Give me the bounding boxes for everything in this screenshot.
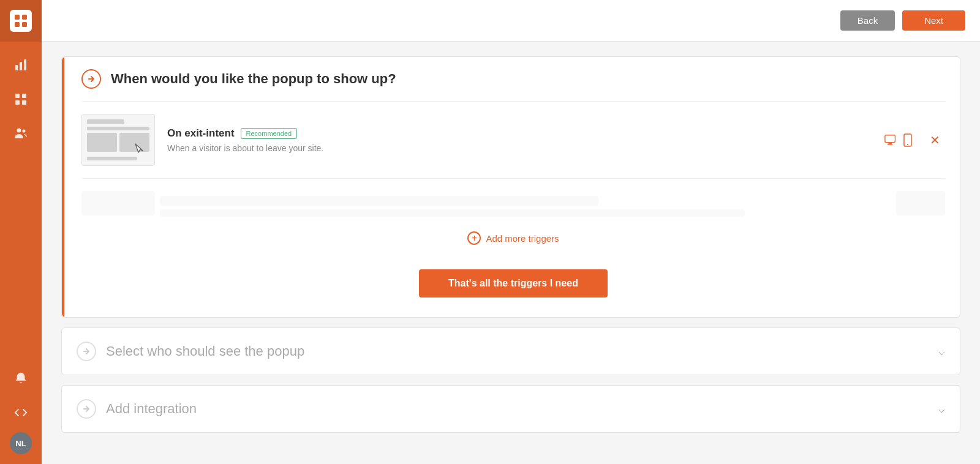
svg-rect-4 <box>15 65 18 70</box>
svg-rect-9 <box>15 100 20 105</box>
sidebar-item-notifications[interactable] <box>0 364 42 393</box>
audience-section: Select who should see the popup ⌵ <box>61 327 960 375</box>
svg-rect-14 <box>888 143 892 144</box>
preview-cell-1 <box>87 133 117 152</box>
audience-chevron-icon: ⌵ <box>938 345 945 358</box>
topbar: Back Next <box>42 0 980 42</box>
trigger-device-icons <box>884 133 913 147</box>
integration-section-header[interactable]: Add integration ⌵ <box>62 386 960 432</box>
svg-rect-13 <box>885 135 895 142</box>
svg-rect-8 <box>22 94 26 98</box>
svg-rect-0 <box>15 15 20 20</box>
svg-point-17 <box>907 144 908 145</box>
confirm-triggers-button[interactable]: That's all the triggers I need <box>419 269 608 297</box>
mobile-icon <box>903 133 913 147</box>
logo-icon <box>10 10 32 32</box>
audience-section-header[interactable]: Select who should see the popup ⌵ <box>62 328 960 375</box>
sidebar-nav <box>0 42 42 364</box>
placeholder-text-1 <box>160 196 598 206</box>
audience-arrow-icon <box>77 342 96 361</box>
confirm-button-wrap: That's all the triggers I need <box>81 262 945 302</box>
placeholder-thumb <box>81 191 155 215</box>
svg-point-11 <box>17 129 21 133</box>
placeholder-rows <box>81 191 945 222</box>
svg-rect-3 <box>22 22 27 27</box>
page-content: When would you like the popup to show up… <box>42 42 980 464</box>
svg-rect-7 <box>15 94 20 98</box>
avatar[interactable]: NL <box>10 432 32 454</box>
svg-rect-5 <box>20 62 22 70</box>
svg-rect-6 <box>24 59 26 70</box>
placeholder-right <box>896 191 945 215</box>
audience-title: Select who should see the popup <box>106 343 304 359</box>
svg-rect-15 <box>888 144 893 144</box>
sidebar-item-grid[interactable] <box>0 83 42 115</box>
trigger-name-row: On exit-intent Recommended <box>167 127 872 140</box>
integration-section: Add integration ⌵ <box>61 385 960 433</box>
next-button[interactable]: Next <box>902 10 965 31</box>
integration-chevron-icon: ⌵ <box>938 402 945 416</box>
trigger-name: On exit-intent <box>167 127 235 140</box>
trigger-item: On exit-intent Recommended When a visito… <box>81 102 945 179</box>
desktop-icon <box>884 134 898 146</box>
triggers-header: When would you like the popup to show up… <box>62 57 960 101</box>
triggers-content: On exit-intent Recommended When a visito… <box>62 101 960 317</box>
integration-title: Add integration <box>106 401 197 417</box>
plus-circle-icon: + <box>467 231 481 245</box>
trigger-description: When a visitor is about to leave your si… <box>167 143 872 153</box>
trigger-remove-button[interactable]: ✕ <box>925 130 945 150</box>
svg-rect-10 <box>22 100 26 105</box>
section-left-line <box>62 57 64 317</box>
preview-cursor <box>135 143 143 157</box>
trigger-info: On exit-intent Recommended When a visito… <box>167 127 872 153</box>
trigger-preview-thumbnail <box>81 114 155 166</box>
svg-rect-1 <box>22 15 27 20</box>
integration-arrow-icon <box>77 399 96 419</box>
section1-title: When would you like the popup to show up… <box>111 71 396 87</box>
sidebar-bottom: NL <box>0 364 42 464</box>
back-button[interactable]: Back <box>840 10 895 31</box>
sidebar-item-code[interactable] <box>0 398 42 427</box>
sidebar-logo[interactable] <box>0 0 42 42</box>
add-more-triggers-button[interactable]: + Add more triggers <box>81 226 945 250</box>
main-content: Back Next When would you like the popup … <box>42 0 980 464</box>
preview-bar-top <box>87 119 124 124</box>
preview-bar-bottom <box>87 157 137 160</box>
placeholder-text-2 <box>160 209 745 217</box>
sidebar: NL <box>0 0 42 464</box>
sidebar-item-users[interactable] <box>0 118 42 149</box>
add-triggers-area: + Add more triggers <box>81 179 945 262</box>
sidebar-item-analytics[interactable] <box>0 49 42 81</box>
recommended-badge: Recommended <box>241 128 298 139</box>
placeholder-text-rows <box>160 191 891 222</box>
preview-bar-nav <box>87 127 149 130</box>
triggers-section: When would you like the popup to show up… <box>61 56 960 318</box>
svg-point-12 <box>23 130 26 133</box>
triggers-section-inner: When would you like the popup to show up… <box>62 57 960 317</box>
add-triggers-label: Add more triggers <box>486 233 559 244</box>
section-arrow-active <box>81 69 101 89</box>
svg-rect-2 <box>15 22 20 27</box>
